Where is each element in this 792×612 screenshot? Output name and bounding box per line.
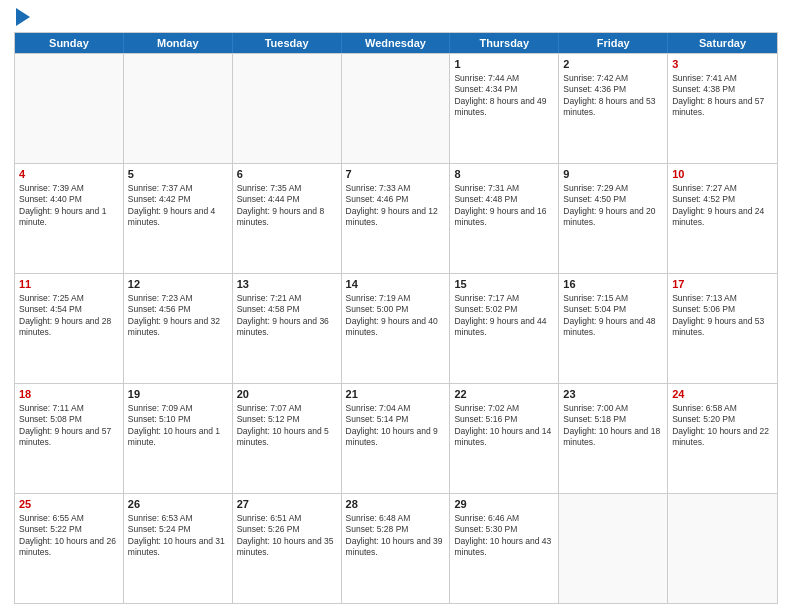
daylight-text: Daylight: 9 hours and 32 minutes. (128, 316, 220, 337)
calendar-cell: 11Sunrise: 7:25 AMSunset: 4:54 PMDayligh… (15, 274, 124, 383)
calendar-cell: 13Sunrise: 7:21 AMSunset: 4:58 PMDayligh… (233, 274, 342, 383)
day-number: 3 (672, 57, 773, 72)
sunrise-text: Sunrise: 6:58 AM (672, 403, 737, 413)
daylight-text: Daylight: 9 hours and 16 minutes. (454, 206, 546, 227)
daylight-text: Daylight: 10 hours and 1 minute. (128, 426, 220, 447)
calendar-week-3: 11Sunrise: 7:25 AMSunset: 4:54 PMDayligh… (15, 273, 777, 383)
calendar-cell (233, 54, 342, 163)
day-number: 7 (346, 167, 446, 182)
calendar-cell: 25Sunrise: 6:55 AMSunset: 5:22 PMDayligh… (15, 494, 124, 603)
sunset-text: Sunset: 5:22 PM (19, 524, 82, 534)
sunset-text: Sunset: 4:50 PM (563, 194, 626, 204)
sunset-text: Sunset: 5:06 PM (672, 304, 735, 314)
day-number: 28 (346, 497, 446, 512)
calendar-cell: 7Sunrise: 7:33 AMSunset: 4:46 PMDaylight… (342, 164, 451, 273)
calendar-cell: 21Sunrise: 7:04 AMSunset: 5:14 PMDayligh… (342, 384, 451, 493)
sunrise-text: Sunrise: 6:53 AM (128, 513, 193, 523)
daylight-text: Daylight: 10 hours and 35 minutes. (237, 536, 334, 557)
sunrise-text: Sunrise: 7:35 AM (237, 183, 302, 193)
day-number: 9 (563, 167, 663, 182)
day-number: 26 (128, 497, 228, 512)
daylight-text: Daylight: 10 hours and 39 minutes. (346, 536, 443, 557)
sunset-text: Sunset: 5:30 PM (454, 524, 517, 534)
sunrise-text: Sunrise: 6:46 AM (454, 513, 519, 523)
sunrise-text: Sunrise: 7:41 AM (672, 73, 737, 83)
daylight-text: Daylight: 9 hours and 8 minutes. (237, 206, 324, 227)
day-number: 6 (237, 167, 337, 182)
daylight-text: Daylight: 10 hours and 26 minutes. (19, 536, 116, 557)
calendar-cell: 23Sunrise: 7:00 AMSunset: 5:18 PMDayligh… (559, 384, 668, 493)
daylight-text: Daylight: 10 hours and 18 minutes. (563, 426, 660, 447)
daylight-text: Daylight: 8 hours and 53 minutes. (563, 96, 655, 117)
daylight-text: Daylight: 9 hours and 12 minutes. (346, 206, 438, 227)
day-number: 24 (672, 387, 773, 402)
day-number: 5 (128, 167, 228, 182)
sunrise-text: Sunrise: 7:13 AM (672, 293, 737, 303)
day-number: 21 (346, 387, 446, 402)
logo (14, 10, 30, 26)
calendar-cell: 28Sunrise: 6:48 AMSunset: 5:28 PMDayligh… (342, 494, 451, 603)
sunset-text: Sunset: 5:10 PM (128, 414, 191, 424)
calendar-cell: 24Sunrise: 6:58 AMSunset: 5:20 PMDayligh… (668, 384, 777, 493)
sunset-text: Sunset: 4:38 PM (672, 84, 735, 94)
calendar-cell: 14Sunrise: 7:19 AMSunset: 5:00 PMDayligh… (342, 274, 451, 383)
day-header-wednesday: Wednesday (342, 33, 451, 53)
sunset-text: Sunset: 5:20 PM (672, 414, 735, 424)
sunset-text: Sunset: 4:58 PM (237, 304, 300, 314)
daylight-text: Daylight: 9 hours and 53 minutes. (672, 316, 764, 337)
sunrise-text: Sunrise: 7:42 AM (563, 73, 628, 83)
sunset-text: Sunset: 5:28 PM (346, 524, 409, 534)
calendar: SundayMondayTuesdayWednesdayThursdayFrid… (14, 32, 778, 604)
day-number: 15 (454, 277, 554, 292)
day-number: 18 (19, 387, 119, 402)
calendar-cell: 18Sunrise: 7:11 AMSunset: 5:08 PMDayligh… (15, 384, 124, 493)
sunrise-text: Sunrise: 7:29 AM (563, 183, 628, 193)
sunset-text: Sunset: 5:26 PM (237, 524, 300, 534)
daylight-text: Daylight: 9 hours and 36 minutes. (237, 316, 329, 337)
daylight-text: Daylight: 9 hours and 24 minutes. (672, 206, 764, 227)
sunrise-text: Sunrise: 7:21 AM (237, 293, 302, 303)
sunset-text: Sunset: 5:24 PM (128, 524, 191, 534)
day-number: 13 (237, 277, 337, 292)
day-number: 1 (454, 57, 554, 72)
calendar-week-5: 25Sunrise: 6:55 AMSunset: 5:22 PMDayligh… (15, 493, 777, 603)
day-number: 16 (563, 277, 663, 292)
sunrise-text: Sunrise: 7:04 AM (346, 403, 411, 413)
sunset-text: Sunset: 5:18 PM (563, 414, 626, 424)
sunrise-text: Sunrise: 7:15 AM (563, 293, 628, 303)
sunset-text: Sunset: 5:12 PM (237, 414, 300, 424)
daylight-text: Daylight: 9 hours and 28 minutes. (19, 316, 111, 337)
day-number: 29 (454, 497, 554, 512)
sunrise-text: Sunrise: 7:23 AM (128, 293, 193, 303)
header (14, 10, 778, 26)
calendar-cell: 22Sunrise: 7:02 AMSunset: 5:16 PMDayligh… (450, 384, 559, 493)
sunrise-text: Sunrise: 7:19 AM (346, 293, 411, 303)
sunrise-text: Sunrise: 6:55 AM (19, 513, 84, 523)
day-number: 22 (454, 387, 554, 402)
calendar-cell: 9Sunrise: 7:29 AMSunset: 4:50 PMDaylight… (559, 164, 668, 273)
day-number: 4 (19, 167, 119, 182)
calendar-week-4: 18Sunrise: 7:11 AMSunset: 5:08 PMDayligh… (15, 383, 777, 493)
calendar-cell (124, 54, 233, 163)
calendar-cell: 29Sunrise: 6:46 AMSunset: 5:30 PMDayligh… (450, 494, 559, 603)
daylight-text: Daylight: 9 hours and 40 minutes. (346, 316, 438, 337)
day-number: 23 (563, 387, 663, 402)
daylight-text: Daylight: 8 hours and 49 minutes. (454, 96, 546, 117)
daylight-text: Daylight: 9 hours and 44 minutes. (454, 316, 546, 337)
day-number: 11 (19, 277, 119, 292)
sunset-text: Sunset: 5:00 PM (346, 304, 409, 314)
day-number: 12 (128, 277, 228, 292)
calendar-cell (15, 54, 124, 163)
day-number: 17 (672, 277, 773, 292)
calendar-header-row: SundayMondayTuesdayWednesdayThursdayFrid… (15, 33, 777, 53)
day-number: 10 (672, 167, 773, 182)
calendar-cell: 26Sunrise: 6:53 AMSunset: 5:24 PMDayligh… (124, 494, 233, 603)
sunset-text: Sunset: 4:54 PM (19, 304, 82, 314)
sunset-text: Sunset: 4:40 PM (19, 194, 82, 204)
day-number: 2 (563, 57, 663, 72)
calendar-cell: 1Sunrise: 7:44 AMSunset: 4:34 PMDaylight… (450, 54, 559, 163)
daylight-text: Daylight: 9 hours and 1 minute. (19, 206, 106, 227)
calendar-cell: 19Sunrise: 7:09 AMSunset: 5:10 PMDayligh… (124, 384, 233, 493)
day-number: 25 (19, 497, 119, 512)
day-number: 27 (237, 497, 337, 512)
